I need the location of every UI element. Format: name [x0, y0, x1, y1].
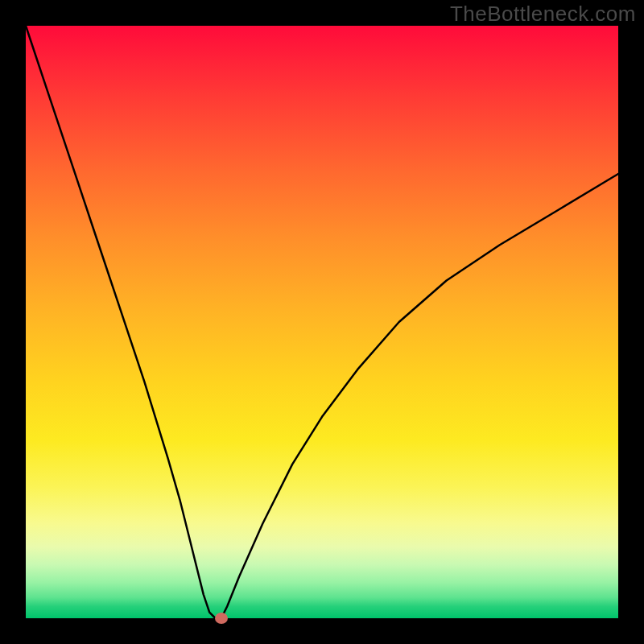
- optimal-point-marker: [215, 613, 228, 624]
- watermark-text: TheBottleneck.com: [450, 2, 636, 27]
- chart-frame: TheBottleneck.com: [0, 0, 644, 644]
- bottleneck-curve: [26, 26, 618, 618]
- plot-area: [26, 26, 618, 618]
